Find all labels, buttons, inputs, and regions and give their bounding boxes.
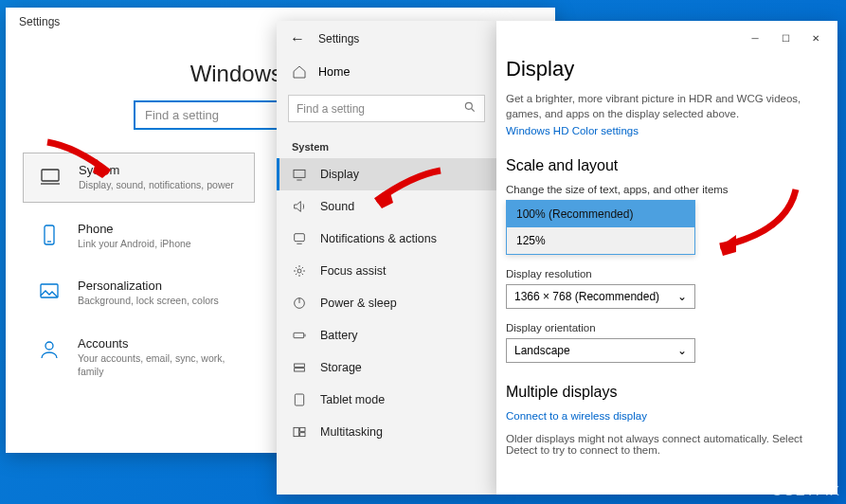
home-icon	[292, 64, 307, 80]
display-settings-window: ─ ☐ ✕ Display Get a brighter, more vibra…	[496, 21, 837, 495]
svg-point-5	[45, 342, 53, 350]
tile-personalization[interactable]: Personalization Background, lock screen,…	[23, 269, 255, 317]
resolution-label: Display resolution	[506, 268, 822, 279]
svg-rect-16	[295, 364, 305, 367]
system-icon	[37, 163, 63, 189]
hd-color-link[interactable]: Windows HD Color settings	[506, 125, 822, 136]
tile-system[interactable]: System Display, sound, notifications, po…	[23, 153, 255, 203]
nav-power-sleep[interactable]: Power & sleep	[277, 287, 496, 319]
scale-option-100[interactable]: 100% (Recommended)	[507, 201, 694, 227]
accounts-icon	[36, 336, 63, 363]
scale-layout-heading: Scale and layout	[506, 157, 822, 174]
nav-label: Display	[320, 168, 359, 181]
tile-title: System	[79, 163, 234, 177]
svg-rect-21	[300, 433, 305, 437]
nav-label: Power & sleep	[320, 297, 397, 310]
tile-accounts[interactable]: Accounts Your accounts, email, sync, wor…	[23, 327, 255, 387]
nav-label: Sound	[320, 200, 354, 213]
sound-icon	[292, 199, 307, 214]
tile-subtitle: Your accounts, email, sync, work, family	[78, 352, 242, 378]
svg-rect-20	[300, 427, 305, 431]
nav-label: Tablet mode	[320, 393, 385, 406]
nav-focus-assist[interactable]: Focus assist	[277, 255, 496, 287]
wireless-display-link[interactable]: Connect to a wireless display	[506, 410, 822, 422]
orientation-value: Landscape	[514, 344, 570, 357]
window-header: ← Settings	[277, 21, 496, 57]
svg-rect-8	[294, 170, 305, 177]
window-controls: ─ ☐ ✕	[741, 27, 830, 49]
tile-title: Personalization	[78, 279, 219, 293]
notifications-icon	[292, 231, 307, 246]
nav-sound[interactable]: Sound	[277, 190, 496, 223]
svg-rect-0	[42, 170, 59, 181]
battery-icon	[292, 328, 307, 343]
settings-system-sidebar-window: ← Settings Home Find a setting System Di…	[277, 21, 496, 495]
scale-dropdown-open[interactable]: 100% (Recommended) 125%	[506, 200, 695, 255]
tile-subtitle: Background, lock screen, colors	[78, 295, 219, 308]
nav-notifications[interactable]: Notifications & actions	[277, 223, 496, 255]
chevron-down-icon: ⌄	[677, 344, 687, 357]
window-title: Settings	[19, 15, 60, 28]
svg-rect-14	[294, 333, 304, 337]
section-label: System	[277, 130, 496, 158]
nav-home[interactable]: Home	[277, 57, 496, 87]
nav-multitasking[interactable]: Multitasking	[277, 416, 496, 448]
chevron-down-icon: ⌄	[677, 290, 687, 303]
svg-rect-19	[294, 427, 298, 436]
power-icon	[292, 296, 307, 311]
nav-label: Multitasking	[320, 425, 383, 439]
nav-tablet-mode[interactable]: Tablet mode	[277, 384, 496, 416]
multiple-displays-heading: Multiple displays	[506, 384, 822, 401]
tile-title: Phone	[78, 222, 191, 236]
tile-title: Accounts	[78, 336, 242, 351]
orientation-dropdown[interactable]: Landscape ⌄	[506, 338, 695, 363]
nav-storage[interactable]: Storage	[277, 351, 496, 384]
focus-icon	[292, 263, 307, 279]
nav-battery[interactable]: Battery	[277, 319, 496, 351]
watermark: UGETFIX	[772, 482, 840, 498]
orientation-label: Display orientation	[506, 322, 822, 333]
maximize-button[interactable]: ☐	[771, 27, 800, 49]
nav-label: Notifications & actions	[320, 232, 437, 245]
phone-icon	[36, 222, 63, 248]
svg-line-7	[472, 109, 475, 112]
tile-subtitle: Link your Android, iPhone	[78, 238, 191, 251]
close-button[interactable]: ✕	[801, 27, 830, 49]
search-placeholder: Find a setting	[297, 102, 365, 116]
search-placeholder: Find a setting	[145, 108, 219, 122]
svg-rect-17	[295, 369, 305, 371]
svg-point-6	[465, 102, 472, 109]
page-title: Display	[506, 57, 822, 81]
tablet-icon	[292, 392, 307, 407]
tile-phone[interactable]: Phone Link your Android, iPhone	[23, 212, 255, 261]
nav-label: Home	[318, 65, 350, 79]
older-displays-text: Older displays might not always connect …	[506, 433, 822, 456]
svg-rect-18	[295, 394, 303, 405]
minimize-button[interactable]: ─	[741, 27, 769, 49]
scale-option-125[interactable]: 125%	[507, 227, 694, 254]
personalization-icon	[36, 279, 63, 305]
resolution-dropdown[interactable]: 1366 × 768 (Recommended) ⌄	[506, 284, 695, 309]
nav-label: Battery	[320, 329, 358, 342]
resolution-value: 1366 × 768 (Recommended)	[514, 290, 659, 303]
storage-icon	[292, 360, 307, 375]
search-icon	[463, 100, 477, 117]
display-icon	[292, 167, 307, 182]
tile-subtitle: Display, sound, notifications, power	[79, 179, 234, 192]
svg-point-11	[297, 269, 301, 273]
nav-label: Storage	[320, 361, 362, 374]
svg-rect-10	[295, 234, 305, 242]
page-description: Get a brighter, more vibrant picture in …	[506, 91, 822, 121]
search-input[interactable]: Find a setting	[288, 95, 485, 122]
multitasking-icon	[292, 424, 307, 440]
window-title: Settings	[318, 32, 359, 45]
window-titlebar: ─ ☐ ✕	[496, 21, 837, 49]
back-button[interactable]: ←	[290, 30, 305, 47]
scale-label: Change the size of text, apps, and other…	[506, 184, 822, 195]
nav-display[interactable]: Display	[277, 158, 496, 190]
nav-label: Focus assist	[320, 264, 386, 278]
